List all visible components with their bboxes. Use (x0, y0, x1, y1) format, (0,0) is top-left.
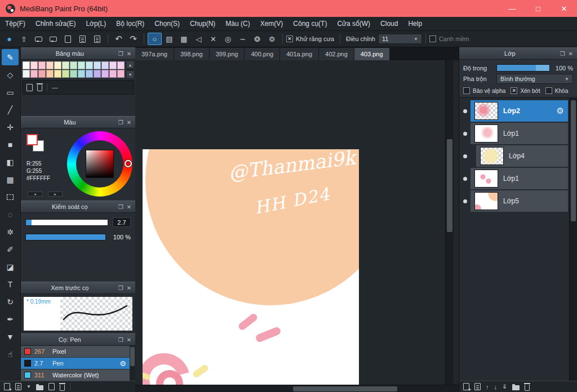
palette-swatch[interactable] (38, 70, 46, 78)
bucket-tool[interactable]: ◧ (2, 154, 19, 170)
folder-icon[interactable] (36, 385, 43, 390)
snap-off-icon[interactable]: ○ (148, 33, 162, 45)
brush-size-slider[interactable] (25, 219, 108, 226)
snap-grid-icon[interactable]: ▦ (177, 33, 191, 45)
vertical-scrollbar[interactable] (445, 60, 454, 385)
scrollbar-handle[interactable] (447, 139, 452, 232)
layer-row[interactable]: Lớp2 ⚙ (459, 100, 577, 122)
visibility-toggle[interactable] (459, 132, 471, 136)
scrollbar-handle[interactable] (130, 347, 135, 366)
delete-layer-icon[interactable] (525, 385, 530, 391)
snap-ellipse-icon[interactable]: ◎ (221, 33, 235, 45)
close-icon[interactable]: ✕ (127, 337, 131, 343)
menu-tools[interactable]: Công cụ(T) (288, 17, 332, 30)
palette-swatch[interactable] (70, 61, 77, 69)
palette-swatch[interactable] (23, 70, 30, 78)
popout-icon[interactable]: ❐ (118, 204, 123, 210)
trash-icon[interactable] (37, 85, 42, 91)
menu-help[interactable]: Help (403, 17, 427, 30)
palette-swatch[interactable] (54, 61, 61, 69)
layer-folder-icon[interactable] (512, 385, 520, 390)
scroll-track[interactable] (127, 69, 134, 70)
blend-mode-dropdown[interactable]: Bình thường ▼ (496, 74, 573, 84)
fill-rect-tool[interactable]: ■ (2, 136, 19, 153)
line-tool[interactable]: ╱ (2, 101, 19, 118)
palette-swatch[interactable] (94, 61, 101, 69)
snap-cross-icon[interactable]: ✕ (206, 33, 220, 45)
new-layer-icon[interactable] (463, 383, 469, 390)
gradient-tool[interactable]: ▩ (2, 171, 19, 188)
scrollbar-handle[interactable] (571, 100, 576, 221)
close-icon[interactable]: ✕ (127, 51, 131, 57)
gear-icon[interactable]: ⚙ (119, 359, 126, 368)
select-eraser-tool[interactable]: ◪ (2, 259, 19, 275)
palette-swatch[interactable] (86, 61, 93, 69)
adjust-dropdown[interactable]: 11▼ (378, 34, 422, 44)
eyedropper-tool[interactable]: ▼ (2, 328, 19, 345)
saturation-value-box[interactable] (86, 150, 114, 178)
layer-row[interactable]: Lớp1 (459, 168, 577, 189)
layer-row[interactable]: Lớp1 (459, 123, 577, 144)
redo-button[interactable]: ↷ (126, 33, 140, 45)
eraser-tool[interactable]: ◇ (2, 66, 19, 83)
canvas-document[interactable]: @Thanmai9k HH D24 (143, 149, 359, 385)
palette-swatch[interactable] (78, 61, 85, 69)
comment-icon[interactable] (32, 33, 46, 45)
menu-capture[interactable]: Chụp(N) (185, 17, 220, 30)
undo-button[interactable]: ↶ (112, 33, 126, 45)
canvas-list-icon[interactable] (76, 33, 90, 45)
merge-layer-icon[interactable]: ⇓ (502, 383, 507, 390)
menu-file[interactable]: Tệp(F) (0, 17, 30, 30)
lasso-tool[interactable]: ◌ (2, 206, 19, 222)
palette-swatch[interactable] (30, 70, 38, 78)
brush-list-scrollbar[interactable] (130, 346, 135, 381)
palette-swatch[interactable] (62, 61, 69, 69)
tab-398[interactable]: 398.png (174, 48, 210, 60)
rotate-tool[interactable]: ↻ (2, 293, 19, 310)
popout-icon[interactable]: ❐ (560, 51, 565, 57)
palette-swatch[interactable] (101, 61, 109, 69)
tab-403-active[interactable]: 403.png (354, 48, 390, 60)
menu-layer[interactable]: Lớp(L) (81, 17, 111, 30)
tab-402[interactable]: 402.png (319, 48, 354, 60)
protect-alpha-checkbox[interactable] (463, 87, 470, 94)
brush-row-watercolor[interactable]: 311 Watercolor (Wet) (21, 369, 130, 381)
layer-row-body[interactable]: Lớp4 (476, 145, 568, 167)
maximize-button[interactable]: □ (525, 0, 551, 17)
palette-swatch[interactable] (23, 61, 30, 69)
palette-swatch[interactable] (38, 61, 46, 69)
foreground-color-swatch[interactable] (26, 134, 38, 145)
select-pen-tool[interactable]: ✐ (2, 241, 19, 257)
brush-opacity-slider[interactable] (25, 234, 106, 240)
layer-row-body-selected[interactable]: Lớp2 ⚙ (471, 100, 568, 122)
menu-view[interactable]: Xem(V) (255, 17, 288, 30)
document-icon[interactable] (48, 383, 55, 390)
snap-vanishing-icon[interactable]: ◁ (192, 33, 206, 45)
menu-edit[interactable]: Chỉnh sửa(E) (30, 17, 81, 30)
brush-row-pen[interactable]: 2.7 Pen ⚙ (21, 358, 130, 369)
close-icon[interactable]: ✕ (127, 285, 131, 291)
scroll-down-icon[interactable]: ▼ (127, 71, 134, 78)
marquee-tool[interactable] (2, 189, 19, 205)
tab-400[interactable]: 400.png (245, 48, 280, 60)
duplicate-layer-icon[interactable] (474, 383, 481, 390)
popout-icon[interactable]: ❐ (118, 119, 123, 126)
palette-swatch[interactable] (109, 61, 117, 69)
palette-swatch[interactable] (54, 70, 61, 78)
close-button[interactable]: ✕ (551, 0, 577, 17)
color-wheel[interactable] (67, 131, 132, 197)
antialias-checkbox[interactable] (286, 35, 293, 42)
layer-down-icon[interactable]: ↓ (494, 384, 498, 390)
tab-401a[interactable]: 401a.png (280, 48, 319, 60)
new-color-icon[interactable] (26, 84, 33, 91)
lock-checkbox[interactable] (545, 87, 552, 94)
popout-icon[interactable]: ❐ (118, 285, 123, 291)
palette-swatch[interactable] (46, 61, 54, 69)
gear-icon[interactable]: ⚙ (265, 33, 279, 45)
palette-swatch[interactable] (46, 70, 54, 78)
mini-slider-left[interactable]: ◂ (28, 191, 42, 197)
brush-size-value[interactable]: 2.7 (113, 217, 131, 227)
brush-tool[interactable]: ✎ (2, 49, 19, 65)
hue-indicator[interactable] (125, 160, 132, 167)
tab-399[interactable]: 399.png (210, 48, 245, 60)
